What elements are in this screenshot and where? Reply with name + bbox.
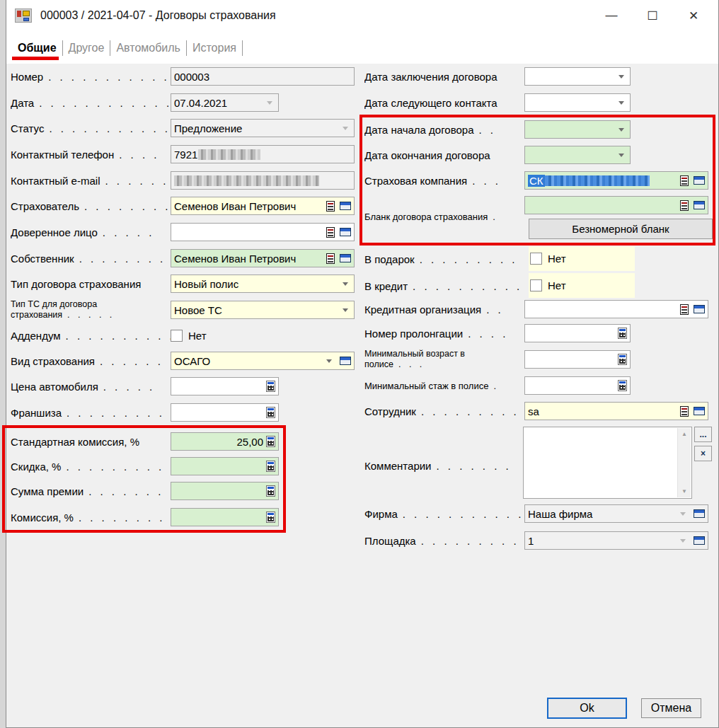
row-standard-commission: Стандартная комиссия, % 25,00	[11, 432, 362, 451]
cancel-button[interactable]: Отмена	[641, 698, 701, 718]
owner-lookup[interactable]: Семенов Иван Петрович	[171, 249, 355, 267]
row-commission: Комиссия, %. . . . . . . .	[11, 508, 362, 526]
open-card-icon[interactable]	[694, 407, 705, 415]
select-list-icon[interactable]	[680, 175, 689, 186]
tab-car[interactable]: Автомобиль	[110, 42, 186, 54]
row-contact-email: Контактный e-mail. . . . . .	[11, 171, 362, 190]
open-card-icon[interactable]	[340, 202, 351, 210]
label: Цена автомобиля	[11, 381, 98, 393]
ok-button[interactable]: Ok	[547, 698, 627, 719]
chevron-down-icon	[619, 154, 624, 157]
end-date-combobox[interactable]	[524, 146, 631, 164]
calculator-icon[interactable]	[266, 436, 275, 447]
label: Собственник	[11, 253, 74, 265]
commission-input[interactable]	[171, 508, 279, 526]
car-price-input[interactable]	[171, 377, 279, 395]
next-contact-date-combobox[interactable]	[524, 93, 631, 112]
contact-email-input[interactable]	[171, 171, 355, 190]
discount-input[interactable]	[171, 457, 279, 475]
insurance-kind-combobox[interactable]: ОСАГО	[171, 352, 355, 370]
insurance-contract-dialog: 000003 / 2021-04-07 - Договоры страхован…	[6, 0, 719, 728]
select-list-icon[interactable]	[326, 253, 335, 264]
label: Дата начала договора	[364, 124, 474, 136]
calculator-icon[interactable]	[266, 512, 275, 523]
row-date: Дата. . . . . . . . . . . . . 07.04.2021	[11, 93, 362, 112]
employee-lookup[interactable]: sa	[524, 402, 708, 420]
insurance-company-lookup[interactable]: СК	[524, 171, 708, 190]
start-date-combobox[interactable]	[524, 120, 631, 139]
comments-clear-button[interactable]: ×	[694, 446, 712, 461]
open-card-icon[interactable]	[340, 228, 351, 236]
firm-combobox[interactable]: Наша фирма	[524, 504, 708, 523]
insured-lookup[interactable]: Семенов Иван Петрович	[171, 197, 355, 215]
calculator-icon[interactable]	[266, 485, 275, 497]
open-card-icon[interactable]	[694, 305, 705, 313]
row-franchise: Франшиза. . . . . . . . .	[11, 403, 362, 422]
open-card-icon[interactable]	[694, 176, 705, 185]
select-list-icon[interactable]	[680, 406, 689, 417]
row-credit-organization: Кредитная организация. .	[364, 300, 715, 318]
trustee-lookup[interactable]	[171, 223, 355, 241]
calculator-icon[interactable]	[618, 380, 627, 391]
premium-sum-input[interactable]	[171, 482, 279, 500]
franchise-input[interactable]	[171, 403, 279, 422]
addendum-checkbox[interactable]	[171, 330, 183, 342]
row-contact-phone: Контактный телефон. . . . 7921	[11, 145, 362, 163]
tab-general[interactable]: Общие	[13, 42, 62, 54]
vehicle-type-combobox[interactable]: Новое ТС	[171, 301, 355, 319]
window-controls: — ☐ ✕	[591, 0, 714, 31]
row-contract-type: Тип договора страхования Новый полис	[11, 275, 362, 293]
select-list-icon[interactable]	[680, 304, 689, 315]
min-age-input[interactable]	[524, 350, 631, 369]
close-button[interactable]: ✕	[673, 0, 714, 31]
label: Тип договора страхования	[11, 278, 141, 290]
row-vehicle-type: Тип ТС для договорастрахования. . . . . …	[11, 301, 362, 319]
minimize-button[interactable]: —	[591, 0, 632, 31]
row-premium-sum: Сумма премии. . . . . . .	[11, 482, 362, 500]
label: Комментарии	[364, 460, 431, 472]
contract-type-combobox[interactable]: Новый полис	[171, 275, 355, 293]
comments-expand-button[interactable]: ...	[694, 427, 712, 442]
calculator-icon[interactable]	[266, 407, 275, 418]
redacted-company	[545, 175, 650, 186]
chevron-down-icon	[343, 127, 348, 130]
label: Франшиза	[11, 407, 62, 419]
prolongation-number-input[interactable]	[524, 324, 631, 342]
scroll-up-icon[interactable]: ▲	[678, 428, 691, 440]
credit-organization-lookup[interactable]	[524, 300, 708, 318]
contact-phone-input[interactable]: 7921	[171, 145, 355, 163]
label: Бланк договора страхования	[364, 212, 488, 222]
label: Контактный телефон	[11, 149, 114, 161]
open-card-icon[interactable]	[694, 509, 705, 518]
open-card-icon[interactable]	[340, 357, 351, 365]
open-card-icon[interactable]	[694, 201, 705, 209]
calculator-icon[interactable]	[618, 354, 627, 365]
chevron-down-icon	[680, 512, 686, 516]
select-list-icon[interactable]	[326, 201, 335, 212]
title-bar: 000003 / 2021-04-07 - Договоры страхован…	[6, 0, 718, 31]
status-combobox[interactable]: Предложение	[171, 119, 355, 137]
chevron-down-icon	[267, 101, 272, 105]
open-card-icon[interactable]	[694, 536, 705, 545]
calculator-icon[interactable]	[618, 328, 627, 339]
tab-history[interactable]: История	[187, 42, 242, 54]
row-conclusion-date: Дата заключения договора	[364, 67, 715, 86]
unnumbered-blank-button[interactable]: Безномерной бланк	[529, 219, 713, 239]
comments-textarea[interactable]: ▲ ▼	[523, 427, 692, 499]
open-card-icon[interactable]	[340, 254, 351, 262]
conclusion-date-combobox[interactable]	[524, 67, 631, 86]
comments-scrollbar[interactable]: ▲ ▼	[677, 428, 691, 497]
label: Дата заключения договора	[364, 71, 497, 83]
min-experience-input[interactable]	[524, 376, 631, 395]
site-combobox[interactable]: 1	[524, 531, 708, 550]
select-list-icon[interactable]	[326, 227, 335, 238]
row-next-contact-date: Дата следующего контакта	[364, 93, 715, 112]
date-combobox[interactable]: 07.04.2021	[171, 93, 279, 112]
maximize-button[interactable]: ☐	[632, 0, 673, 31]
scroll-down-icon[interactable]: ▼	[678, 485, 691, 497]
number-input[interactable]: 000003	[171, 67, 355, 86]
calculator-icon[interactable]	[266, 461, 275, 472]
tab-other[interactable]: Другое	[63, 42, 110, 54]
standard-commission-input[interactable]: 25,00	[171, 432, 279, 451]
calculator-icon[interactable]	[266, 381, 275, 392]
